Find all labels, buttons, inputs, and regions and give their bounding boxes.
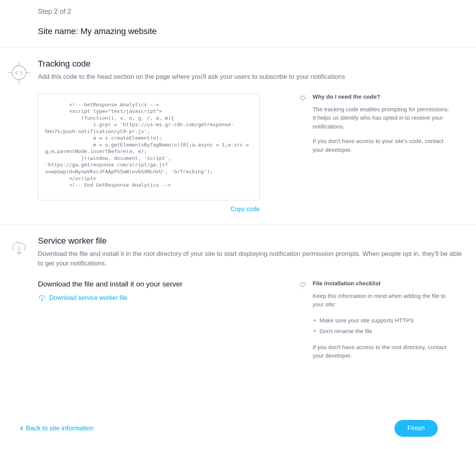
service-worker-icon: [0, 236, 38, 366]
list-item: Make sure your site supports HTTPS: [313, 315, 452, 326]
tracking-tip-text-1: The tracking code enables prompting for …: [313, 105, 452, 131]
finish-button[interactable]: Finish: [394, 420, 438, 437]
svg-point-5: [301, 96, 305, 100]
back-button[interactable]: Back to site information: [20, 425, 94, 432]
cloud-download-icon: [38, 294, 46, 302]
step-indicator: Step 2 of 2: [38, 8, 476, 16]
list-item: Don't rename the file: [313, 326, 452, 337]
tracking-code-description: Add this code to the head section on the…: [38, 72, 467, 82]
service-worker-section: Service worker file Download the file an…: [0, 224, 476, 378]
svg-line-19: [305, 282, 306, 283]
back-button-label: Back to site information: [26, 425, 94, 432]
download-service-worker-link[interactable]: Download service worker file: [38, 294, 127, 302]
copy-code-button[interactable]: Copy code: [231, 206, 260, 212]
crosshair-code-icon: [8, 61, 31, 84]
tracking-code-title: Tracking code: [38, 59, 467, 69]
svg-line-18: [300, 282, 301, 283]
worker-tip-list: Make sure your site supports HTTPS Don't…: [313, 315, 452, 337]
svg-line-9: [300, 95, 301, 96]
lightbulb-icon: [298, 280, 307, 366]
site-name-heading: Site name: My amazing website: [38, 26, 476, 36]
tracking-code-snippet[interactable]: <!-- GetResponse Analytics --> <script t…: [38, 93, 260, 200]
svg-line-10: [305, 95, 306, 96]
worker-tip-text-2: If you don't have access to the root dir…: [313, 343, 452, 360]
worker-tip-text-1: Keep this information in mind when addin…: [313, 292, 452, 309]
service-worker-description: Download the file and install it in the …: [38, 249, 467, 268]
worker-tip-title: File installation checklist: [313, 280, 452, 286]
svg-point-0: [12, 66, 26, 80]
download-link-label: Download service worker file: [49, 294, 127, 301]
tracking-tip-title: Why do I need the code?: [313, 93, 452, 100]
wizard-footer: Back to site information Finish: [0, 408, 476, 449]
lightbulb-icon: [298, 93, 307, 213]
tracking-code-section: Tracking code Add this code to the head …: [0, 47, 476, 224]
svg-point-14: [301, 283, 305, 286]
chevron-left-icon: [20, 426, 24, 431]
download-subheading: Download the file and install it on your…: [38, 280, 260, 288]
cloud-download-icon: [9, 238, 29, 258]
service-worker-title: Service worker file: [38, 236, 467, 246]
wizard-header: Step 2 of 2 Site name: My amazing websit…: [0, 0, 476, 47]
tracking-tip-text-2: If you don't have access to your site's …: [313, 137, 452, 154]
tracking-code-icon: [0, 59, 38, 213]
